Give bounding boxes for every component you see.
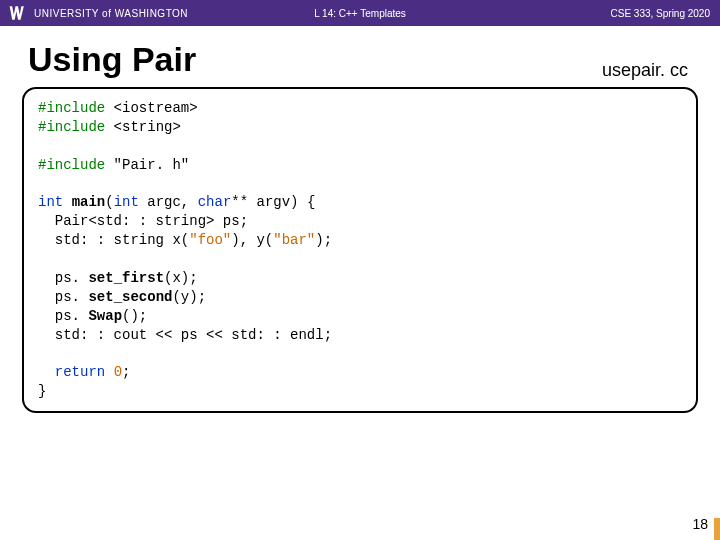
code-box: #include <iostream> #include <string> #i… xyxy=(22,87,698,413)
lecture-label: L 14: C++ Templates xyxy=(314,8,406,19)
course-label: CSE 333, Spring 2020 xyxy=(610,8,710,19)
university-name: UNIVERSITY of WASHINGTON xyxy=(34,8,188,19)
code-content: #include <iostream> #include <string> #i… xyxy=(38,99,682,401)
page-number: 18 xyxy=(692,516,708,532)
uw-logo xyxy=(6,1,30,25)
accent-bar xyxy=(714,518,720,540)
slide-header: UNIVERSITY of WASHINGTON L 14: C++ Templ… xyxy=(0,0,720,26)
filename-label: usepair. cc xyxy=(602,60,688,81)
